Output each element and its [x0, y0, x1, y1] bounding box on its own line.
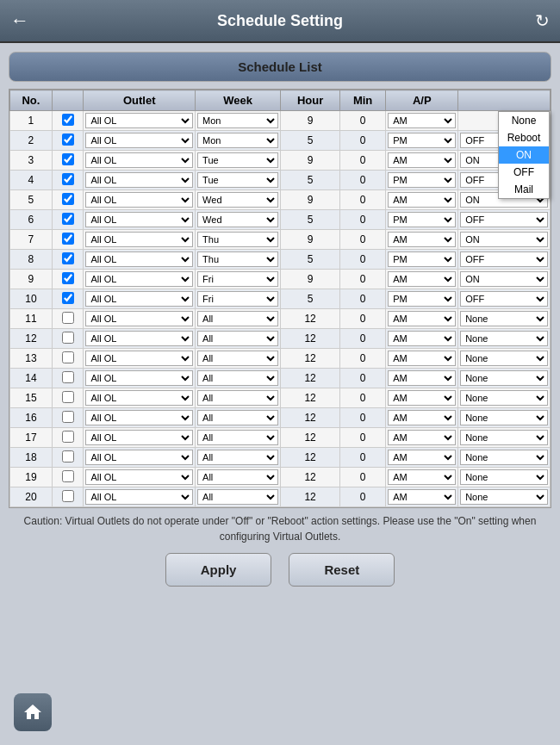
row-14-checkbox[interactable] [62, 371, 74, 383]
row-5-hour-input[interactable] [283, 194, 338, 206]
row-7-outlet-select[interactable]: All OLOL 1OL 2OL 3OL 4 [85, 232, 193, 247]
row-4-min-input[interactable] [342, 174, 383, 186]
row-13-checkbox[interactable] [62, 351, 74, 363]
row-9-action-select[interactable]: NoneRebootONOFFMail [460, 271, 548, 287]
row-11-outlet-select[interactable]: All OLOL 1OL 2OL 3OL 4 [85, 311, 193, 326]
reset-button[interactable]: Reset [289, 553, 395, 587]
row-18-outlet-select[interactable]: All OLOL 1OL 2OL 3OL 4 [85, 450, 193, 465]
row-16-checkbox[interactable] [62, 411, 74, 423]
row-4-ap-select[interactable]: AMPM [388, 172, 456, 188]
row-4-checkbox[interactable] [62, 173, 74, 185]
row-16-week-select[interactable]: AllMonTueWedThuFriSatSun [197, 410, 278, 425]
row-7-action-select[interactable]: NoneRebootONOFFMail [460, 232, 548, 247]
row-14-min-input[interactable] [342, 372, 383, 384]
row-5-min-input[interactable] [342, 194, 383, 206]
row-15-hour-input[interactable] [283, 392, 338, 404]
row-18-ap-select[interactable]: AMPM [388, 450, 456, 465]
dropdown-item-on[interactable]: ON [499, 146, 549, 164]
row-15-week-select[interactable]: AllMonTueWedThuFriSatSun [197, 390, 278, 406]
row-17-checkbox[interactable] [62, 431, 74, 443]
row-12-min-input[interactable] [342, 332, 383, 345]
row-20-checkbox[interactable] [62, 490, 74, 502]
row-8-outlet-select[interactable]: All OLOL 1OL 2OL 3OL 4 [85, 251, 193, 267]
row-5-ap-select[interactable]: AMPM [388, 192, 456, 208]
row-16-outlet-select[interactable]: All OLOL 1OL 2OL 3OL 4 [85, 410, 193, 425]
row-18-hour-input[interactable] [283, 451, 338, 463]
row-17-action-select[interactable]: NoneRebootONOFFMail [460, 430, 548, 445]
row-14-week-select[interactable]: AllMonTueWedThuFriSatSun [197, 370, 278, 386]
row-8-week-select[interactable]: AllMonTueWedThuFriSatSun [197, 251, 278, 267]
row-5-checkbox[interactable] [62, 193, 74, 205]
row-9-checkbox[interactable] [62, 272, 74, 284]
row-20-outlet-select[interactable]: All OLOL 1OL 2OL 3OL 4 [85, 489, 193, 505]
row-19-action-select[interactable]: NoneRebootONOFFMail [460, 469, 548, 485]
row-16-action-select[interactable]: NoneRebootONOFFMail [460, 410, 548, 425]
row-8-checkbox[interactable] [62, 252, 74, 264]
row-15-ap-select[interactable]: AMPM [388, 390, 456, 406]
row-19-hour-input[interactable] [283, 471, 338, 483]
row-18-action-select[interactable]: NoneRebootONOFFMail [460, 450, 548, 465]
row-1-week-select[interactable]: AllMonTueWedThuFriSatSun [197, 113, 278, 128]
row-10-ap-select[interactable]: AMPM [388, 291, 456, 307]
row-18-week-select[interactable]: AllMonTueWedThuFriSatSun [197, 450, 278, 465]
row-11-min-input[interactable] [342, 313, 383, 325]
row-5-outlet-select[interactable]: All OLOL 1OL 2OL 3OL 4 [85, 192, 193, 208]
row-10-min-input[interactable] [342, 293, 383, 305]
row-17-outlet-select[interactable]: All OLOL 1OL 2OL 3OL 4 [85, 430, 193, 445]
row-17-hour-input[interactable] [283, 431, 338, 444]
row-19-min-input[interactable] [342, 471, 383, 483]
row-2-checkbox[interactable] [62, 133, 74, 146]
row-17-week-select[interactable]: AllMonTueWedThuFriSatSun [197, 430, 278, 445]
row-10-outlet-select[interactable]: All OLOL 1OL 2OL 3OL 4 [85, 291, 193, 307]
row-12-checkbox[interactable] [62, 332, 74, 344]
row-16-min-input[interactable] [342, 412, 383, 424]
row-2-week-select[interactable]: AllMonTueWedThuFriSatSun [197, 133, 278, 148]
refresh-button[interactable]: ↻ [535, 10, 550, 31]
row-19-checkbox[interactable] [62, 470, 74, 482]
row-3-checkbox[interactable] [62, 153, 74, 165]
row-6-ap-select[interactable]: AMPM [388, 212, 456, 227]
row-11-hour-input[interactable] [283, 313, 338, 325]
row-16-hour-input[interactable] [283, 412, 338, 424]
row-6-week-select[interactable]: AllMonTueWedThuFriSatSun [197, 212, 278, 227]
row-6-action-select[interactable]: NoneRebootONOFFMail [460, 212, 548, 227]
apply-button[interactable]: Apply [165, 553, 272, 587]
row-15-checkbox[interactable] [62, 391, 74, 403]
row-18-checkbox[interactable] [62, 450, 74, 463]
row-4-week-select[interactable]: AllMonTueWedThuFriSatSun [197, 172, 278, 188]
back-button[interactable]: ← [10, 9, 29, 32]
row-14-outlet-select[interactable]: All OLOL 1OL 2OL 3OL 4 [85, 370, 193, 386]
row-7-min-input[interactable] [342, 233, 383, 245]
row-2-ap-select[interactable]: AMPM [388, 133, 456, 148]
row-11-checkbox[interactable] [62, 312, 74, 324]
row-13-ap-select[interactable]: AMPM [388, 351, 456, 366]
row-18-min-input[interactable] [342, 451, 383, 463]
row-20-action-select[interactable]: NoneRebootONOFFMail [460, 489, 548, 505]
row-3-week-select[interactable]: AllMonTueWedThuFriSatSun [197, 152, 278, 168]
row-20-hour-input[interactable] [283, 491, 338, 503]
row-15-outlet-select[interactable]: All OLOL 1OL 2OL 3OL 4 [85, 390, 193, 406]
dropdown-item-off[interactable]: OFF [499, 164, 549, 181]
row-17-min-input[interactable] [342, 431, 383, 444]
row-9-ap-select[interactable]: AMPM [388, 271, 456, 287]
row-9-hour-input[interactable] [283, 273, 338, 285]
row-17-ap-select[interactable]: AMPM [388, 430, 456, 445]
row-13-outlet-select[interactable]: All OLOL 1OL 2OL 3OL 4 [85, 351, 193, 366]
row-7-ap-select[interactable]: AMPM [388, 232, 456, 247]
row-19-outlet-select[interactable]: All OLOL 1OL 2OL 3OL 4 [85, 469, 193, 485]
row-8-hour-input[interactable] [283, 253, 338, 265]
row-7-hour-input[interactable] [283, 233, 338, 245]
row-10-action-select[interactable]: NoneRebootONOFFMail [460, 291, 548, 307]
row-10-week-select[interactable]: AllMonTueWedThuFriSatSun [197, 291, 278, 307]
row-12-hour-input[interactable] [283, 332, 338, 345]
row-13-action-select[interactable]: NoneRebootONOFFMail [460, 351, 548, 366]
row-11-week-select[interactable]: AllMonTueWedThuFriSatSun [197, 311, 278, 326]
row-10-hour-input[interactable] [283, 293, 338, 305]
row-1-checkbox[interactable] [62, 114, 74, 126]
row-16-ap-select[interactable]: AMPM [388, 410, 456, 425]
row-14-hour-input[interactable] [283, 372, 338, 384]
row-6-min-input[interactable] [342, 214, 383, 226]
row-11-action-select[interactable]: NoneRebootONOFFMail [460, 311, 548, 326]
dropdown-item-mail[interactable]: Mail [499, 181, 549, 198]
row-8-ap-select[interactable]: AMPM [388, 251, 456, 267]
